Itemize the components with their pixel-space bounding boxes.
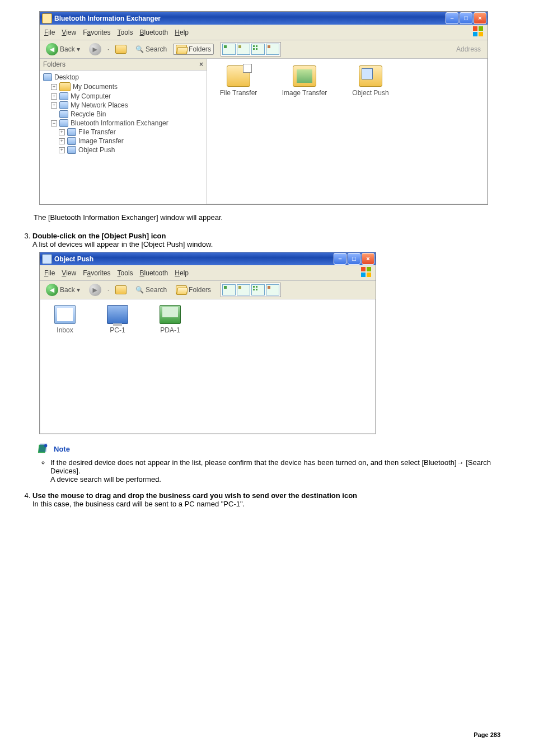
view-icon-2[interactable] bbox=[237, 44, 250, 55]
item-label: File Transfer bbox=[220, 89, 257, 97]
menu-view[interactable]: View bbox=[62, 29, 76, 36]
tree-bie[interactable]: −Bluetooth Information Exchanger bbox=[51, 119, 204, 128]
separator: · bbox=[107, 45, 109, 53]
bluetooth-info-exchanger-window: Bluetooth Information Exchanger – □ × Fi… bbox=[39, 11, 488, 205]
folder-tree: Desktop +My Documents +My Computer +My N… bbox=[40, 71, 207, 157]
collapse-icon[interactable]: − bbox=[51, 120, 57, 126]
bluetooth-icon bbox=[59, 119, 68, 127]
note-label: Note bbox=[54, 445, 70, 453]
item-object-push[interactable]: Object Push bbox=[347, 65, 394, 97]
item-label: Inbox bbox=[57, 326, 73, 334]
view-icon-2[interactable] bbox=[237, 284, 250, 295]
folders-button[interactable]: Folders bbox=[173, 284, 214, 295]
windows-logo-icon bbox=[473, 26, 483, 38]
back-button[interactable]: ◄Back ▾ bbox=[43, 283, 83, 297]
view-icon-3[interactable] bbox=[251, 284, 265, 295]
minimize-button[interactable]: – bbox=[446, 12, 458, 24]
up-button[interactable] bbox=[113, 284, 129, 295]
step-4-head: Use the mouse to drag and drop the busin… bbox=[32, 491, 357, 500]
close-button[interactable]: × bbox=[362, 253, 374, 265]
tree-my-computer[interactable]: +My Computer bbox=[51, 92, 204, 101]
item-pda-1[interactable]: PDA-1 bbox=[152, 305, 189, 334]
toolbar: ◄Back ▾ ► · 🔍 Search Folders Address bbox=[40, 40, 488, 59]
note-icon bbox=[37, 443, 49, 455]
up-button[interactable] bbox=[113, 44, 129, 55]
tree-my-network[interactable]: +My Network Places bbox=[51, 101, 204, 110]
tree-file-transfer[interactable]: +File Transfer bbox=[59, 128, 204, 137]
object-push-window: Object Push – □ × File View Favorites To… bbox=[39, 252, 376, 434]
titlebar: Bluetooth Information Exchanger – □ × bbox=[40, 12, 488, 25]
pc-icon bbox=[107, 305, 128, 324]
item-label: Object Push bbox=[352, 89, 388, 97]
forward-button[interactable]: ► bbox=[86, 283, 104, 297]
item-pc-1[interactable]: PC-1 bbox=[99, 305, 136, 334]
expand-icon[interactable]: + bbox=[51, 93, 57, 100]
maximize-button[interactable]: □ bbox=[460, 12, 472, 24]
app-icon bbox=[42, 254, 52, 264]
separator: · bbox=[107, 286, 109, 294]
file-transfer-icon bbox=[227, 65, 250, 87]
menu-favorites[interactable]: Favorites bbox=[83, 29, 110, 36]
menubar: File View Favorites Tools Bluetooth Help bbox=[40, 25, 488, 40]
content-pane: File Transfer Image Transfer Object Push bbox=[207, 59, 488, 204]
expand-icon[interactable]: + bbox=[59, 138, 65, 144]
recycle-icon bbox=[59, 110, 68, 118]
menu-bluetooth[interactable]: Bluetooth bbox=[140, 29, 168, 36]
expand-icon[interactable]: + bbox=[59, 129, 65, 135]
menu-file[interactable]: File bbox=[44, 269, 55, 277]
tree-recycle-bin[interactable]: Recycle Bin bbox=[51, 110, 204, 119]
step-4-body: In this case, the business card will be … bbox=[32, 500, 245, 508]
menu-favorites[interactable]: Favorites bbox=[83, 269, 110, 277]
view-mode-buttons[interactable] bbox=[221, 283, 281, 297]
view-icon-1[interactable] bbox=[222, 284, 236, 295]
forward-button[interactable]: ► bbox=[86, 42, 104, 57]
image-transfer-icon bbox=[67, 137, 76, 145]
folders-pane: Folders × Desktop +My Documents +My Comp… bbox=[40, 59, 207, 204]
menu-tools[interactable]: Tools bbox=[118, 269, 133, 277]
tree-object-push[interactable]: +Object Push bbox=[59, 145, 204, 154]
expand-icon[interactable]: + bbox=[59, 147, 65, 153]
tree-image-transfer[interactable]: +Image Transfer bbox=[59, 137, 204, 145]
expand-icon[interactable]: + bbox=[51, 84, 57, 90]
item-file-transfer[interactable]: File Transfer bbox=[215, 65, 262, 97]
menu-help[interactable]: Help bbox=[175, 269, 189, 277]
address-label: Address bbox=[456, 45, 484, 53]
menu-tools[interactable]: Tools bbox=[118, 29, 133, 36]
file-transfer-icon bbox=[67, 128, 76, 136]
folder-icon bbox=[59, 82, 71, 91]
view-icon-1[interactable] bbox=[222, 44, 236, 55]
view-icon-4[interactable] bbox=[266, 44, 279, 55]
item-label: PDA-1 bbox=[160, 326, 180, 334]
view-mode-buttons[interactable] bbox=[221, 42, 281, 57]
step-3: Double-click on the [Object Push] icon A… bbox=[32, 232, 517, 248]
folders-button[interactable]: Folders bbox=[173, 44, 214, 55]
back-button[interactable]: ◄Back ▾ bbox=[43, 42, 83, 57]
menu-view[interactable]: View bbox=[62, 269, 76, 277]
note-line-2: A device search will be performed. bbox=[50, 475, 161, 483]
step-3-head: Double-click on the [Object Push] icon bbox=[32, 232, 166, 240]
note-row: Note bbox=[37, 443, 517, 455]
toolbar: ◄Back ▾ ► · 🔍 Search Folders bbox=[40, 281, 376, 299]
item-inbox[interactable]: Inbox bbox=[46, 305, 83, 334]
menu-bluetooth[interactable]: Bluetooth bbox=[140, 269, 168, 277]
view-icon-4[interactable] bbox=[266, 284, 279, 295]
minimize-button[interactable]: – bbox=[334, 253, 346, 265]
item-label: PC-1 bbox=[110, 326, 125, 334]
menubar: File View Favorites Tools Bluetooth Help bbox=[40, 265, 376, 281]
tree-my-documents[interactable]: +My Documents bbox=[51, 82, 204, 92]
item-image-transfer[interactable]: Image Transfer bbox=[281, 65, 328, 97]
expand-icon[interactable]: + bbox=[51, 102, 57, 109]
desktop-icon bbox=[43, 73, 52, 81]
search-button[interactable]: 🔍 Search bbox=[133, 285, 170, 295]
search-button[interactable]: 🔍 Search bbox=[133, 44, 170, 54]
tree-desktop[interactable]: Desktop bbox=[43, 73, 204, 82]
folders-close-button[interactable]: × bbox=[199, 60, 203, 68]
folders-pane-title: Folders bbox=[43, 60, 65, 68]
maximize-button[interactable]: □ bbox=[348, 253, 360, 265]
note-list: If the desired device does not appear in… bbox=[17, 458, 517, 483]
close-button[interactable]: × bbox=[474, 12, 486, 24]
menu-help[interactable]: Help bbox=[175, 29, 189, 36]
image-transfer-icon bbox=[293, 65, 316, 87]
menu-file[interactable]: File bbox=[44, 29, 55, 36]
view-icon-3[interactable] bbox=[251, 44, 265, 55]
